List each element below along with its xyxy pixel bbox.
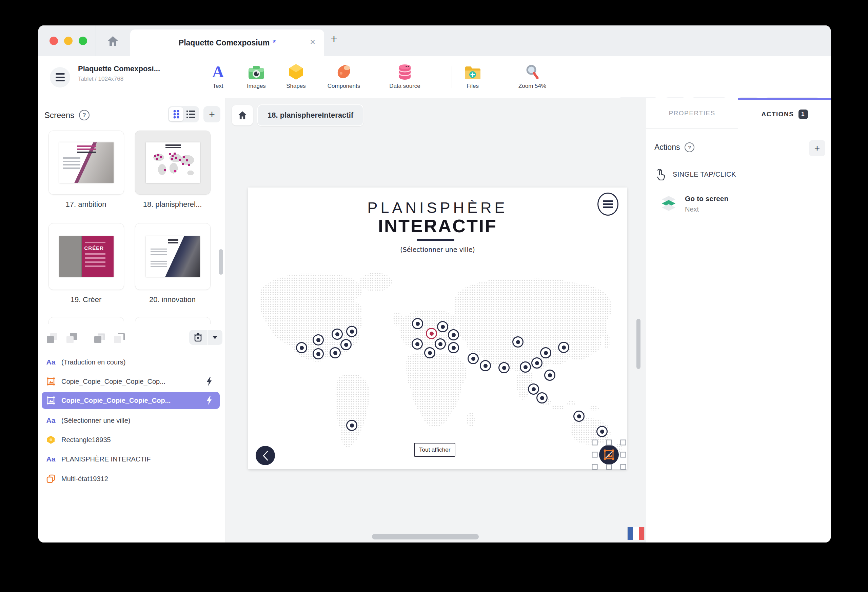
screen-label[interactable]: 17. ambition <box>49 200 123 209</box>
previous-screen-button[interactable] <box>255 446 275 465</box>
list-view-button[interactable] <box>183 107 198 121</box>
city-marker[interactable] <box>437 321 448 332</box>
grid-view-button[interactable] <box>169 107 183 121</box>
city-marker-active[interactable] <box>426 328 437 339</box>
add-action-button[interactable]: + <box>809 140 825 156</box>
city-marker[interactable] <box>448 329 459 340</box>
city-marker[interactable] <box>531 357 542 369</box>
city-marker[interactable] <box>540 347 551 359</box>
layer-row[interactable]: Rectangle18935 <box>42 431 220 448</box>
city-marker[interactable] <box>346 420 357 431</box>
city-marker[interactable] <box>468 353 479 364</box>
city-marker[interactable] <box>512 337 524 347</box>
screen-home-button[interactable] <box>232 105 253 125</box>
city-marker[interactable] <box>424 347 435 359</box>
city-marker[interactable] <box>520 362 531 373</box>
city-marker[interactable] <box>412 318 423 329</box>
breadcrumb[interactable]: 18. planisphereInteractif <box>257 105 363 126</box>
tab-actions[interactable]: ACTIONS 1 <box>738 98 831 128</box>
resize-handle[interactable] <box>592 452 598 458</box>
city-marker[interactable] <box>596 426 608 437</box>
tool-data-source[interactable]: Data source <box>384 62 425 90</box>
resize-handle[interactable] <box>592 440 598 446</box>
language-flag-fr[interactable] <box>627 527 644 540</box>
zoom-control[interactable]: Zoom 54% <box>512 62 553 90</box>
trigger-row[interactable]: SINGLE TAP/CLICK <box>655 168 736 180</box>
action-item-go-to-screen[interactable]: Go to screen Next <box>659 195 728 213</box>
city-marker[interactable] <box>435 338 446 350</box>
main-content: Screens ? <box>38 98 831 542</box>
resize-handle[interactable] <box>620 440 626 446</box>
tab-properties[interactable]: PROPERTIES <box>646 98 738 128</box>
city-marker[interactable] <box>536 392 548 403</box>
resize-handle[interactable] <box>606 440 612 446</box>
layer-row[interactable]: AaPLANISPHÈRE INTERACTIF <box>42 450 220 468</box>
screen-thumbnail <box>146 236 200 277</box>
city-marker[interactable] <box>573 410 585 422</box>
screen-card[interactable] <box>49 130 124 195</box>
city-marker[interactable] <box>346 326 357 337</box>
project-tab[interactable]: Plaquette Comexposium * × <box>130 30 324 56</box>
city-marker[interactable] <box>313 348 324 359</box>
selected-element[interactable] <box>595 443 623 467</box>
city-marker[interactable] <box>480 360 491 371</box>
artboard-menu-button[interactable] <box>598 193 619 216</box>
resize-handle[interactable] <box>620 464 626 470</box>
new-tab-button[interactable]: + <box>331 33 337 44</box>
close-tab-icon[interactable]: × <box>310 38 315 47</box>
screen-label[interactable]: 20. innovation <box>135 295 210 304</box>
screen-card[interactable] <box>135 130 211 195</box>
screen-card-partial[interactable] <box>135 317 211 324</box>
tool-images[interactable]: Images <box>236 62 277 90</box>
delete-options-button[interactable] <box>208 330 223 345</box>
send-to-back-button[interactable] <box>94 332 106 344</box>
layer-row[interactable]: Aa(Sélectionner une ville) <box>42 412 220 429</box>
screen-card[interactable] <box>49 223 124 290</box>
tool-shapes[interactable]: Shapes <box>276 62 316 90</box>
city-marker[interactable] <box>558 342 569 353</box>
screen-label[interactable]: 18. planispherel... <box>135 200 210 209</box>
city-marker[interactable] <box>448 342 459 353</box>
add-screen-button[interactable]: + <box>204 106 220 123</box>
city-marker[interactable] <box>313 334 324 345</box>
home-tab-button[interactable] <box>96 25 130 56</box>
show-all-button[interactable]: Tout afficher <box>414 443 455 457</box>
city-marker[interactable] <box>332 329 343 340</box>
city-marker[interactable] <box>412 338 423 350</box>
artboard[interactable]: PLANISPHÈRE INTERACTIF (Sélectionner une… <box>248 187 627 469</box>
resize-handle[interactable] <box>620 452 626 458</box>
resize-handle[interactable] <box>592 464 598 470</box>
city-marker[interactable] <box>340 339 351 350</box>
city-marker[interactable] <box>528 384 539 395</box>
city-marker[interactable] <box>544 369 555 381</box>
tool-components[interactable]: Components <box>323 62 364 90</box>
screen-thumbnail <box>146 142 200 183</box>
screen-label[interactable]: 19. Créer <box>49 295 123 304</box>
minimize-window-button[interactable] <box>64 37 72 45</box>
layer-row[interactable]: Copie_Copie_Copie_Copie_Cop... <box>42 392 220 409</box>
layer-row[interactable]: Multi-état19312 <box>42 470 220 487</box>
screen-card-partial[interactable] <box>49 317 124 324</box>
bring-forward-button[interactable] <box>66 332 79 344</box>
help-icon[interactable]: ? <box>79 110 90 120</box>
tool-files[interactable]: Files <box>452 62 493 90</box>
delete-layer-button[interactable] <box>189 330 207 345</box>
city-marker[interactable] <box>329 347 341 359</box>
help-icon[interactable]: ? <box>685 142 694 152</box>
canvas-horizontal-scrollbar[interactable] <box>372 534 479 539</box>
layer-row[interactable]: Copie_Copie_Copie_Copie_Cop... <box>42 373 220 390</box>
canvas-vertical-scrollbar[interactable] <box>636 319 641 369</box>
city-marker[interactable] <box>498 362 509 373</box>
close-window-button[interactable] <box>50 37 58 45</box>
resize-handle[interactable] <box>606 464 612 470</box>
tool-text[interactable]: A Text <box>198 62 238 90</box>
main-menu-button[interactable] <box>50 67 70 87</box>
zoom-window-button[interactable] <box>79 37 87 45</box>
city-marker[interactable] <box>296 342 307 353</box>
screens-scrollbar[interactable] <box>219 249 223 275</box>
send-backward-button[interactable] <box>47 332 59 344</box>
layer-row[interactable]: Aa(Traduction en cours) <box>42 354 220 371</box>
bring-to-front-button[interactable] <box>114 332 126 344</box>
screen-card[interactable] <box>135 223 211 290</box>
project-info[interactable]: Plaquette Comexposi... Tablet / 1024x768 <box>78 64 160 83</box>
